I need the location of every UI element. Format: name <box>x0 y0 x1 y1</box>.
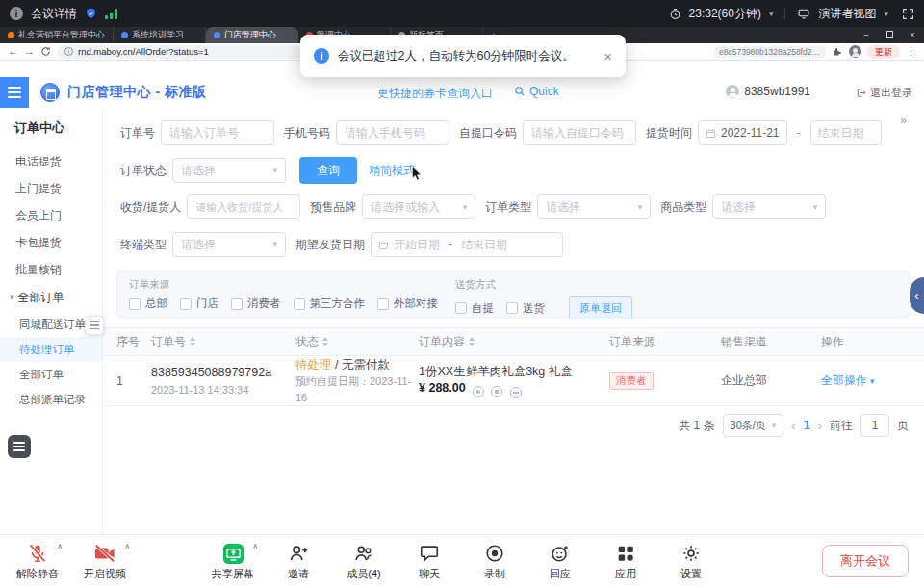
reaction-button[interactable]: 回应 <box>534 541 586 581</box>
checkbox-source-external[interactable]: 外部对接 <box>377 296 438 311</box>
video-options-caret[interactable]: ∧ <box>124 542 130 550</box>
coupon-query-link[interactable]: 更快捷的券卡查询入口 <box>377 86 493 102</box>
browser-tab-active[interactable]: 门店管理中心 <box>206 27 298 43</box>
float-menu-button[interactable] <box>8 435 31 458</box>
sidebar-subitem-all-orders[interactable]: 全部订单 <box>0 362 102 387</box>
receiver-input[interactable] <box>187 194 300 219</box>
sidebar-item-door-pickup[interactable]: 上门提货 <box>0 175 102 202</box>
th-status[interactable]: 状态 <box>295 334 419 350</box>
view-mode-label[interactable]: 演讲者视图 <box>818 6 876 22</box>
chevron-down-icon: ▾ <box>772 421 777 430</box>
profile-avatar[interactable] <box>849 45 861 58</box>
sort-icon[interactable] <box>469 337 475 346</box>
checkbox-source-thirdparty[interactable]: 第三方合作 <box>294 296 366 311</box>
sidebar-toggle-button[interactable] <box>85 316 104 335</box>
user-info[interactable]: 8385wb1991 <box>726 85 810 98</box>
next-page-button[interactable]: › <box>818 419 822 433</box>
order-status-select[interactable]: 请选择 ▾ <box>172 158 286 183</box>
panel-expand-handle[interactable]: ‹ <box>910 277 924 314</box>
checkbox-source-store[interactable]: 门店 <box>180 296 218 311</box>
all-actions-dropdown[interactable]: 全部操作 ▾ <box>821 372 902 389</box>
timer-caret-icon[interactable]: ▾ <box>769 9 774 18</box>
terminal-type-select[interactable]: 请选择 ▾ <box>172 232 286 257</box>
menu-kebab-icon[interactable]: ⋮ <box>906 45 916 58</box>
settings-button[interactable]: 设置 <box>665 541 717 581</box>
reaction-icon <box>550 543 571 564</box>
record-button[interactable]: 录制 <box>469 541 521 581</box>
chevron-down-icon: ▾ <box>10 283 14 312</box>
sidebar-subitem-pending-orders[interactable]: 待处理订单 <box>0 337 102 362</box>
view-caret-icon[interactable]: ▾ <box>884 9 888 18</box>
search-button[interactable]: 查询 <box>299 157 357 184</box>
browser-tab[interactable]: 礼盒营销平台管理中心 <box>0 27 114 43</box>
th-label: 状态 <box>295 334 319 350</box>
pickup-date-start[interactable]: 2022-11-21 <box>698 120 787 145</box>
share-screen-button[interactable]: ∧ 共享屏幕 <box>207 541 259 581</box>
window-close-button[interactable]: × <box>901 27 924 43</box>
select-placeholder: 请选择 <box>181 237 216 253</box>
apps-button[interactable]: 应用 <box>600 541 652 581</box>
sidebar-subitem-hq-dispatch[interactable]: 总部派单记录 <box>0 387 102 412</box>
reload-button[interactable] <box>40 46 51 57</box>
unmute-button[interactable]: ∧ 解除静音 <box>12 541 64 581</box>
goto-page-input[interactable] <box>860 414 889 437</box>
quick-search[interactable]: Quick <box>514 85 559 98</box>
extensions-icon[interactable] <box>832 46 843 58</box>
checkbox-source-hq[interactable]: 总部 <box>129 296 167 311</box>
site-info-icon[interactable]: i <box>64 47 73 56</box>
sidebar-item-card-pickup[interactable]: 卡包提货 <box>0 229 102 256</box>
fullscreen-icon[interactable] <box>902 8 914 20</box>
page-size-select[interactable]: 30条/页 ▾ <box>723 414 784 437</box>
collapse-filters-icon[interactable]: » <box>900 114 907 127</box>
pickup-code-input[interactable] <box>523 120 636 145</box>
start-video-button[interactable]: ∧ 开启视频 <box>79 541 131 581</box>
sidebar-item-member-visit[interactable]: 会员上门 <box>0 202 102 229</box>
sidebar-item-phone-pickup[interactable]: 电话提货 <box>0 148 102 175</box>
app-title: 门店管理中心 - 标准版 <box>67 84 206 101</box>
return-order-button[interactable]: 原单退回 <box>569 296 632 319</box>
checkbox-delivery[interactable]: 送货 <box>506 301 545 316</box>
forward-button[interactable]: → <box>24 46 35 57</box>
logout-button[interactable]: 退出登录 <box>856 86 912 100</box>
th-content[interactable]: 订单内容 <box>419 334 609 350</box>
quick-filter-panel: 订单来源 总部 门店 消费者 第三方合作 外部对接 送货方式 自提 送货 原单退… <box>116 271 911 318</box>
pickup-date-end[interactable]: 结束日期 <box>810 120 882 145</box>
meeting-info-label[interactable]: 会议详情 <box>31 6 77 22</box>
prev-page-button[interactable]: ‹ <box>791 419 795 433</box>
invite-button[interactable]: 邀请 <box>272 541 324 581</box>
phone-input[interactable] <box>336 120 449 145</box>
brand-select[interactable]: 请选择或输入 ▾ <box>362 194 475 219</box>
checkbox-self-pickup[interactable]: 自提 <box>455 301 494 316</box>
status-badge: 待处理 <box>295 358 332 371</box>
sort-icon[interactable] <box>322 337 328 346</box>
window-maximize-button[interactable] <box>878 27 901 43</box>
leave-meeting-button[interactable]: 离开会议 <box>822 545 909 577</box>
back-button[interactable]: ← <box>8 46 18 57</box>
members-button[interactable]: 成员(4) <box>338 541 390 581</box>
simple-mode-link[interactable]: 精简模式 <box>369 163 415 179</box>
order-type-select[interactable]: 请选择 ▾ <box>537 194 651 219</box>
checkbox-source-consumer[interactable]: 消费者 <box>231 296 281 311</box>
cell-order-no: 83859345088979792a 2023-11-13 14:33:34 <box>151 364 295 397</box>
mic-options-caret[interactable]: ∧ <box>57 542 63 550</box>
sidebar-group-all-orders[interactable]: ▾ 全部订单 <box>0 283 102 312</box>
window-minimize-button[interactable]: – <box>855 27 878 43</box>
order-no-input[interactable] <box>161 120 274 145</box>
update-button[interactable]: 更新 <box>867 45 900 59</box>
share-options-caret[interactable]: ∧ <box>252 542 258 550</box>
session-chip[interactable]: e8c573980b1328a258fd2e6f <box>714 46 826 58</box>
browser-tab[interactable]: 系统培训学习 <box>114 27 206 43</box>
goods-type-select[interactable]: 请选择 ▾ <box>712 194 826 219</box>
chat-button[interactable]: 聊天 <box>403 541 455 581</box>
goto-label: 前往 <box>830 418 853 434</box>
th-order-no[interactable]: 订单号 <box>151 334 295 350</box>
pickup-code-label: 自提口令码 <box>459 125 517 141</box>
sidebar-hamburger-button[interactable] <box>0 77 29 108</box>
current-page-number[interactable]: 1 <box>804 419 810 432</box>
ship-date-range[interactable]: 开始日期 - 结束日期 <box>371 232 563 257</box>
th-index: 序号 <box>116 334 151 350</box>
sidebar-item-batch-verify[interactable]: 批量核销 <box>0 256 102 283</box>
cell-content: 1份XX生鲜羊肉礼盒3kg 礼盒 ¥ 288.00 <box>419 363 609 398</box>
sort-icon[interactable] <box>190 337 195 346</box>
notification-close-button[interactable]: × <box>603 48 612 64</box>
